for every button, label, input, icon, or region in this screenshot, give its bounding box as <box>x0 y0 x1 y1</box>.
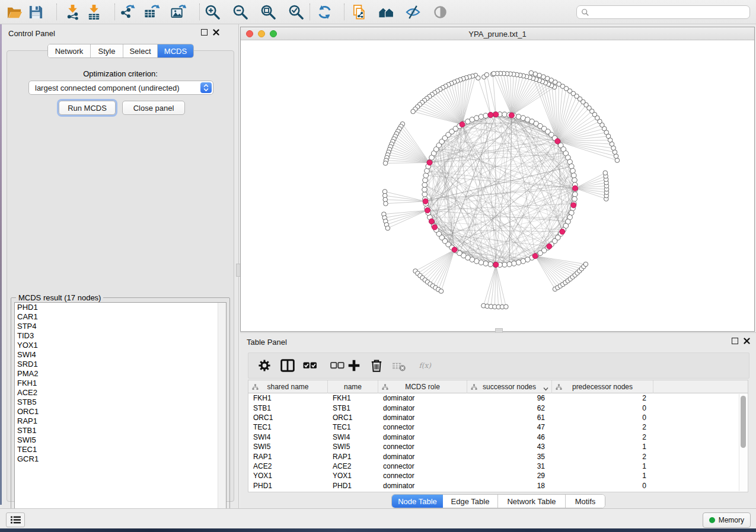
save-session-icon[interactable] <box>27 3 44 21</box>
table-row[interactable]: RAP1RAP1dominator352 <box>248 451 748 461</box>
table-cell[interactable]: 29 <box>467 472 552 480</box>
column-header-predecessor-nodes[interactable]: predecessor nodes <box>552 380 653 393</box>
table-cell[interactable]: FKH1 <box>248 394 328 402</box>
table-cell[interactable]: dominator <box>378 453 467 461</box>
network-node[interactable] <box>439 289 444 294</box>
memory-button[interactable]: Memory <box>703 512 751 528</box>
mcds-list-scrollbar[interactable] <box>218 303 226 515</box>
mcds-selected-node[interactable] <box>427 160 432 165</box>
network-node[interactable] <box>476 76 481 81</box>
table-cell[interactable]: RAP1 <box>328 453 378 461</box>
table-cell[interactable]: 31 <box>467 462 552 470</box>
mcds-result-item[interactable]: TID3 <box>15 331 226 341</box>
table-row[interactable]: STB1STB1dominator620 <box>248 403 748 412</box>
network-node[interactable] <box>423 178 428 183</box>
table-cell[interactable]: dominator <box>378 482 467 490</box>
table-cell[interactable]: 43 <box>467 443 552 451</box>
table-cell[interactable]: STB1 <box>248 404 328 412</box>
table-cell[interactable]: YOX1 <box>328 472 378 480</box>
column-header-successor-nodes[interactable]: successor nodes <box>467 380 552 393</box>
mcds-selected-node[interactable] <box>429 219 434 224</box>
network-node[interactable] <box>529 70 534 75</box>
table-cell[interactable]: PHD1 <box>248 482 328 490</box>
table-cell[interactable]: connector <box>378 462 467 470</box>
network-node[interactable] <box>572 178 578 183</box>
float-panel-icon[interactable] <box>201 29 208 36</box>
mcds-result-item[interactable]: ORC1 <box>15 407 226 416</box>
table-cell[interactable]: 46 <box>467 433 552 441</box>
mcds-result-item[interactable]: YOX1 <box>15 341 226 350</box>
table-row[interactable]: YOX1YOX1connector291 <box>248 471 748 480</box>
network-node[interactable] <box>504 305 509 309</box>
table-scrollbar-thumb[interactable] <box>741 396 746 448</box>
network-canvas[interactable] <box>241 40 754 331</box>
export-image-icon[interactable] <box>169 3 187 21</box>
network-node[interactable] <box>502 112 508 117</box>
show-hidden-icon[interactable] <box>431 3 449 21</box>
clone-network-icon[interactable] <box>350 3 368 21</box>
table-cell[interactable]: 62 <box>467 404 552 412</box>
mcds-selected-node[interactable] <box>452 247 457 252</box>
mcds-selected-node[interactable] <box>532 254 538 259</box>
mcds-result-item[interactable]: SWI5 <box>15 435 226 445</box>
zoom-out-icon[interactable] <box>231 3 249 21</box>
mcds-result-item[interactable]: STB5 <box>15 398 226 407</box>
network-node[interactable] <box>516 260 521 265</box>
mcds-selected-node[interactable] <box>571 203 576 208</box>
optimization-criterion-select[interactable]: largest connected component (undirected) <box>28 81 213 95</box>
network-node[interactable] <box>492 71 496 76</box>
run-mcds-button[interactable]: Run MCDS <box>59 101 116 115</box>
mcds-selected-node[interactable] <box>425 208 430 213</box>
table-cell[interactable]: STB1 <box>328 404 378 412</box>
table-scrollbar[interactable] <box>739 394 747 491</box>
close-table-panel-icon[interactable] <box>744 338 750 344</box>
columns-icon[interactable] <box>279 357 296 374</box>
table-cell[interactable]: SWI4 <box>248 433 328 441</box>
mcds-selected-node[interactable] <box>460 122 465 127</box>
mcds-result-list[interactable]: PHD1CAR1STP4TID3YOX1SWI4SRD1PMA2FKH1ACE2… <box>14 302 227 515</box>
table-cell[interactable]: ACE2 <box>328 462 378 470</box>
table-cell[interactable]: TEC1 <box>328 423 378 431</box>
network-node[interactable] <box>483 261 489 266</box>
tab-node-table[interactable]: Node Table <box>392 495 443 508</box>
add-column-icon[interactable] <box>345 357 363 374</box>
table-cell[interactable]: 1 <box>552 472 653 480</box>
network-node[interactable] <box>484 72 489 77</box>
mcds-selected-node[interactable] <box>572 185 578 191</box>
network-node[interactable] <box>570 168 576 174</box>
table-cell[interactable]: 2 <box>552 433 653 441</box>
table-cell[interactable]: 18 <box>467 482 552 490</box>
network-node[interactable] <box>615 158 620 163</box>
settings-icon[interactable] <box>256 357 273 374</box>
network-node[interactable] <box>511 261 516 266</box>
table-cell[interactable]: connector <box>378 423 467 431</box>
mcds-selected-node[interactable] <box>432 225 438 230</box>
open-session-icon[interactable] <box>5 3 23 21</box>
column-header-shared-name[interactable]: shared name <box>248 380 328 393</box>
network-node[interactable] <box>423 173 429 178</box>
table-cell[interactable]: dominator <box>378 433 467 441</box>
table-cell[interactable]: 0 <box>552 404 653 412</box>
tab-motifs[interactable]: Motifs <box>566 495 605 508</box>
table-row[interactable]: PHD1PHD1dominator180 <box>248 481 748 491</box>
table-cell[interactable]: SWI5 <box>328 443 378 451</box>
table-cell[interactable]: ORC1 <box>328 414 378 422</box>
zoom-selected-icon[interactable] <box>287 3 305 21</box>
mcds-result-item[interactable]: RAP1 <box>15 416 226 426</box>
table-cell[interactable]: SWI5 <box>248 443 328 451</box>
search-field[interactable] <box>576 5 750 19</box>
network-node[interactable] <box>603 171 608 175</box>
mcds-result-item[interactable]: SWI4 <box>15 350 226 360</box>
mcds-selected-node[interactable] <box>560 229 565 235</box>
table-cell[interactable]: RAP1 <box>248 453 328 461</box>
import-table-icon[interactable] <box>85 3 103 21</box>
mcds-selected-node[interactable] <box>509 113 514 118</box>
network-node[interactable] <box>488 262 493 267</box>
mcds-result-item[interactable]: SRD1 <box>15 360 226 369</box>
mcds-result-item[interactable]: PMA2 <box>15 369 226 379</box>
mcds-selected-node[interactable] <box>555 139 560 144</box>
zoom-in-icon[interactable] <box>203 3 221 21</box>
table-cell[interactable]: 61 <box>467 414 552 422</box>
search-input[interactable] <box>589 7 749 18</box>
mcds-result-item[interactable]: TEC1 <box>15 445 226 454</box>
